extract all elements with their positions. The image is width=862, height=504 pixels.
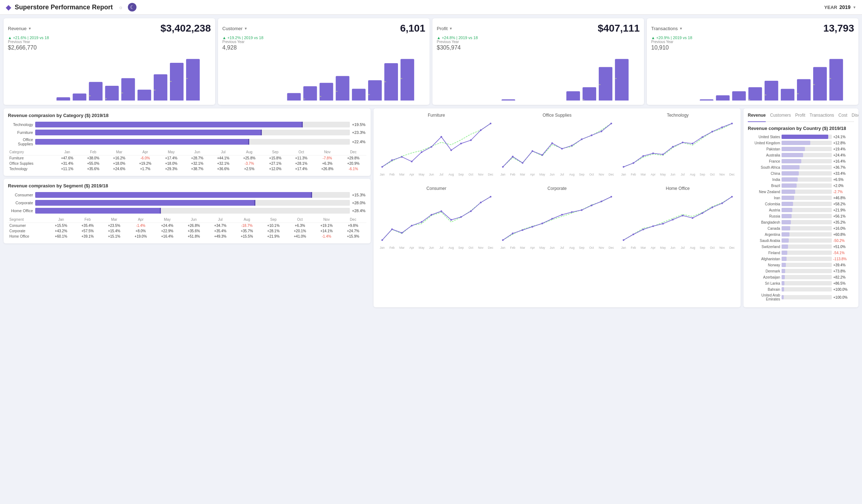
table-header: Aug [236,149,262,155]
svg-point-169 [512,156,514,158]
svg-text:Jan: Jan [500,246,505,249]
country-panel-title: Revenue comprasion by Country ($) 2019/1… [748,126,854,131]
kpi-main-row: 6,101 [400,23,425,34]
table-cell: +41.0% [287,234,313,239]
hbar-label: Home Office [8,209,33,213]
country-row: Pakistan +19.4% [748,147,854,151]
svg-rect-126 [797,79,811,101]
country-name: France [748,159,780,163]
hbar-pct: +15.3% [352,193,366,197]
country-pct: +2.0% [833,184,849,188]
hbar-track [35,208,350,214]
year-filter-value: 2019 [839,4,851,10]
table-cell: +19.1% [313,223,340,229]
table-row: Furniture+47.6%+38.0%+16.2%-6.0%+17.4%+2… [8,155,366,161]
table-row: Consumer+15.5%+35.4%+23.5%-1.4%+24.4%+26… [8,223,366,229]
svg-text:Aug: Aug [449,246,454,249]
country-row: Austria +21.9% [748,208,854,212]
svg-point-203 [731,123,733,125]
country-name: Afghanistan [748,257,780,261]
table-header: Jul [210,149,236,155]
table-cell: +15.5% [233,234,260,239]
svg-text:Jun: Jun [429,246,434,249]
country-name: Bangladesh [748,220,780,224]
kpi-main-row: $407,111 [598,23,640,34]
table-cell-name: Corporate [8,228,48,234]
hbar-label: Office Supplies [8,137,33,146]
line-chart-svg: JanFebMarAprMayJunJulAugSepOctNovDec [619,119,736,178]
country-pct: -50.2% [833,239,849,243]
svg-text:May: May [539,246,546,249]
tab-revenue[interactable]: Revenue [748,113,766,122]
table-cell: +28.1% [260,228,287,234]
year-filter[interactable]: YEAR 2019 ▼ [824,4,856,10]
svg-point-242 [522,229,524,231]
dark-mode-icon[interactable]: ☾ [128,3,136,11]
country-pct: +33.4% [833,172,849,176]
kpi-label[interactable]: Profit ▼ [437,26,453,31]
country-row: Denmark +73.8% [748,269,854,273]
table-cell: +17.4% [288,166,314,172]
svg-rect-22 [186,59,200,101]
country-bar-fill [782,153,803,157]
svg-point-218 [401,232,403,234]
country-bar-track [782,165,832,169]
kpi-label[interactable]: Revenue ▼ [8,26,32,31]
country-name: Sri Lanka [748,281,780,285]
country-name: Saudi Arabia [748,239,780,243]
svg-text:Jul: Jul [439,173,443,176]
svg-point-147 [411,161,413,163]
svg-point-227 [490,196,492,198]
table-cell: +49.3% [207,234,233,239]
table-cell-name: Technology [8,166,54,172]
country-bar-track [782,244,832,249]
right-tabs: RevenueCustomersProfitTransactionsCostDi… [748,113,854,122]
table-header: Oct [288,149,314,155]
line-chart-consumer: Consumer JanFebMarAprMayJunJulAugSepOctN… [378,186,495,252]
light-mode-icon[interactable]: ☼ [116,3,125,11]
svg-point-240 [502,239,504,241]
svg-text:Apr: Apr [530,246,535,249]
svg-text:Feb: Feb [510,173,515,176]
svg-point-177 [591,135,593,136]
svg-point-149 [431,146,432,148]
country-pct: +39.4% [833,263,849,267]
kpi-label[interactable]: Transactions ▼ [651,26,683,31]
table-cell: -6.1% [340,166,366,172]
svg-point-146 [401,156,403,158]
table-header: Apr [128,216,154,223]
svg-point-220 [421,221,422,223]
tab-cost[interactable]: Cost [838,113,847,119]
hbar-track [35,192,350,198]
svg-point-266 [643,229,644,230]
tab-profit[interactable]: Profit [795,113,805,119]
svg-rect-11 [89,95,91,96]
svg-rect-54 [368,80,382,101]
svg-point-153 [470,139,472,141]
segment-line-charts: Consumer JanFebMarAprMayJunJulAugSepOctN… [378,186,736,252]
table-cell: -1.4% [313,234,340,239]
kpi-bar-chart: JanFebMarAprMayJunJulAugSepOctNovDec [8,54,211,101]
tab-transactions[interactable]: Transactions [810,113,834,119]
kpi-label[interactable]: Customer ▼ [222,26,247,31]
country-bar-track [782,202,832,206]
svg-point-200 [701,136,703,138]
table-cell: +20.1% [287,228,313,234]
svg-point-171 [532,150,533,152]
table-cell: +18.0% [158,161,184,166]
table-cell: +6.3% [314,161,340,166]
hbar-marker [311,192,312,198]
tab-discount[interactable]: Discount [852,113,858,119]
kpi-label-text: Customer [222,26,242,31]
country-name: Pakistan [748,147,780,151]
page-title: Superstore Performance Report [15,4,113,11]
svg-rect-52 [352,89,366,101]
svg-rect-19 [154,90,156,90]
country-bar-track [782,171,832,176]
svg-text:May: May [539,173,546,176]
svg-rect-51 [336,91,338,92]
tab-customers[interactable]: Customers [770,113,791,119]
svg-point-264 [623,239,625,241]
hbar-row: Furniture +23.3% [8,130,366,135]
table-cell: -3.7% [236,161,262,166]
